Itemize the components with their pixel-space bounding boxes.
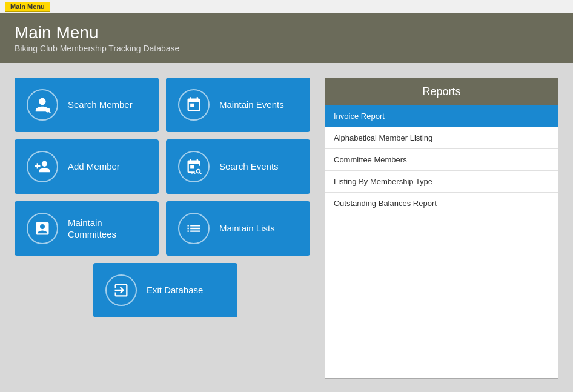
maintain-events-button[interactable]: Maintain Events: [166, 78, 310, 132]
maintain-committees-label: MaintainCommittees: [68, 217, 116, 241]
add-member-button[interactable]: Add Member: [15, 139, 159, 194]
exit-door-icon: [113, 282, 130, 299]
maintain-committees-button[interactable]: MaintainCommittees: [15, 201, 159, 256]
exit-database-label: Exit Database: [147, 284, 203, 296]
report-item-invoice[interactable]: Invoice Report: [325, 105, 558, 127]
report-item-outstanding[interactable]: Outstanding Balances Report: [325, 193, 558, 214]
main-content: Search Member Maintain Events: [0, 63, 573, 392]
report-item-alphabetical[interactable]: Alphabetical Member Listing: [325, 127, 558, 149]
person-search-icon: [34, 96, 51, 113]
buttons-row-3: MaintainCommittees Maintain Lists: [15, 201, 310, 256]
maintain-lists-icon: [178, 213, 210, 244]
maintain-committees-icon: [27, 213, 58, 244]
list-icon: [185, 220, 202, 237]
maintain-events-label: Maintain Events: [219, 99, 284, 111]
report-item-committee[interactable]: Committee Members: [325, 149, 558, 171]
search-events-button[interactable]: 31 Search Events: [166, 139, 310, 194]
add-member-label: Add Member: [68, 161, 120, 173]
search-member-button[interactable]: Search Member: [15, 78, 159, 132]
app-header: Main Menu Biking Club Membership Trackin…: [0, 13, 573, 63]
person-add-icon: [34, 158, 51, 175]
page-subtitle: Biking Club Membership Tracking Database: [15, 44, 558, 53]
svg-line-1: [49, 111, 50, 113]
search-events-label: Search Events: [219, 161, 279, 173]
maintain-events-icon: [178, 89, 210, 121]
search-events-icon: 31: [178, 151, 210, 182]
title-bar-label: Main Menu: [5, 2, 50, 12]
report-item-membership-type[interactable]: Listing By Membership Type: [325, 171, 558, 193]
maintain-lists-button[interactable]: Maintain Lists: [166, 201, 310, 256]
svg-line-3: [200, 173, 201, 174]
maintain-lists-label: Maintain Lists: [219, 222, 275, 234]
exit-row: Exit Database: [15, 263, 310, 317]
calendar-icon: [185, 96, 202, 113]
exit-database-button[interactable]: Exit Database: [93, 263, 237, 317]
buttons-section: Search Member Maintain Events: [15, 78, 310, 379]
committee-icon: [34, 220, 51, 237]
exit-icon: [105, 274, 137, 306]
reports-header: Reports: [325, 78, 558, 105]
search-member-label: Search Member: [68, 99, 133, 111]
add-member-icon: [27, 151, 58, 182]
page-title: Main Menu: [15, 23, 558, 42]
title-bar: Main Menu: [0, 0, 573, 13]
buttons-row-2: Add Member 31 Search Events: [15, 139, 310, 194]
buttons-row-1: Search Member Maintain Events: [15, 78, 310, 132]
search-member-icon: [27, 89, 58, 121]
reports-section: Reports Invoice Report Alphabetical Memb…: [325, 78, 558, 379]
svg-text:31: 31: [191, 170, 196, 174]
calendar-search-icon: 31: [185, 158, 202, 175]
reports-list: Invoice Report Alphabetical Member Listi…: [325, 105, 558, 378]
